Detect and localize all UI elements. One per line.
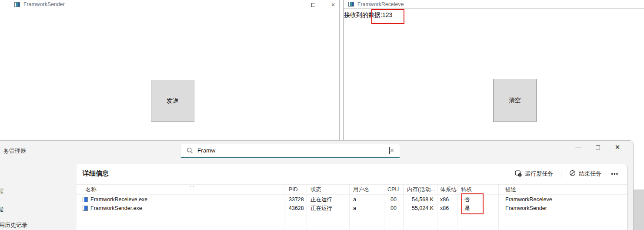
sidebar-item-performance[interactable]: 能 [0, 206, 3, 213]
process-table: 名称 PID 状态 用户名 CPU 内存(活动... 体系结构 特权 描述 Fr… [77, 184, 627, 230]
process-user: a [349, 205, 384, 211]
column-divider [498, 185, 499, 230]
toolbar-divider [561, 170, 561, 178]
task-manager-title-fragment: 务管理器 [3, 147, 26, 155]
minimize-icon[interactable]: — [574, 142, 583, 152]
annotation-box-received-value [371, 9, 404, 24]
close-icon[interactable]: ✕ [613, 142, 622, 152]
send-button[interactable]: 发送 [151, 80, 194, 122]
process-status: 正在运行 [307, 205, 349, 212]
receiver-titlebar: FramworkReceieve [344, 0, 644, 9]
maximize-icon[interactable] [309, 1, 317, 9]
process-app-icon [83, 197, 88, 202]
search-icon [187, 147, 193, 154]
process-cpu: 00 [384, 205, 403, 211]
sidebar-item-app-history[interactable]: 用历史记录 [0, 221, 27, 229]
sender-window-title: FramworkSender [23, 1, 65, 7]
run-new-task-label: 运行新任务 [525, 170, 553, 178]
column-divider [307, 185, 307, 230]
column-divider [457, 185, 457, 230]
column-header-cpu[interactable]: CPU [384, 186, 403, 193]
run-new-task-button[interactable]: 运行新任务 [511, 168, 557, 180]
column-header-description[interactable]: 描述 [498, 186, 627, 193]
process-description: FramworkSender [498, 205, 627, 211]
end-task-button[interactable]: 结束任务 [565, 168, 606, 179]
process-memory: 54,568 K [403, 196, 437, 203]
process-name: FramworkReceieve.exe [90, 196, 147, 203]
end-task-icon [569, 170, 576, 178]
column-divider [437, 185, 437, 230]
column-divider [403, 185, 404, 230]
maximize-icon[interactable] [593, 142, 603, 152]
process-cpu: 00 [384, 196, 403, 203]
process-status: 正在运行 [307, 196, 349, 203]
task-manager-window: 务管理器 — ✕ ✕ 程 能 用历史记录 详细信息 [0, 140, 634, 230]
details-title: 详细信息 [83, 169, 109, 178]
column-header-memory[interactable]: 内存(活动... [403, 186, 437, 193]
more-options-icon[interactable]: ••• [606, 169, 624, 179]
minimize-icon[interactable]: — [289, 1, 297, 9]
column-header-user[interactable]: 用户名 [349, 186, 384, 193]
process-user: a [349, 196, 384, 203]
column-divider [284, 185, 284, 230]
run-new-task-icon [515, 170, 522, 178]
app-window-icon [14, 2, 20, 7]
close-icon[interactable]: ✕ [329, 1, 337, 9]
clear-button[interactable]: 清空 [493, 79, 537, 122]
receiver-window-title: FramworkReceieve [357, 1, 404, 7]
column-header-privilege[interactable]: 特权 [457, 186, 498, 193]
column-divider [384, 185, 384, 230]
framworkreceieve-window: FramworkReceieve 接收到的数据:123 清空 [343, 0, 644, 140]
search-box[interactable]: ✕ [180, 144, 400, 158]
table-row[interactable]: FramworkReceieve.exe 33728 正在运行 a 00 54,… [77, 195, 627, 204]
details-toolbar: 运行新任务 结束任务 ••• [511, 168, 624, 179]
process-memory: 55,024 K [403, 205, 437, 211]
search-input[interactable] [197, 147, 389, 154]
column-header-pid[interactable]: PID [284, 186, 307, 193]
search-clear-icon[interactable]: ✕ [390, 147, 394, 154]
process-pid: 33728 [284, 196, 307, 203]
annotation-box-privilege [461, 193, 484, 214]
process-arch: x86 [437, 205, 457, 211]
column-header-status[interactable]: 状态 [307, 186, 349, 193]
framworksender-window: FramworkSender — ✕ 发送 [0, 0, 340, 140]
end-task-label: 结束任务 [579, 170, 601, 178]
column-header-name[interactable]: 名称 [77, 186, 284, 193]
column-header-arch[interactable]: 体系结构 [437, 186, 457, 193]
table-header-row: 名称 PID 状态 用户名 CPU 内存(活动... 体系结构 特权 描述 [77, 185, 627, 195]
process-name: FramworkSender.exe [90, 205, 142, 211]
sender-titlebar: FramworkSender — ✕ [0, 0, 339, 9]
process-arch: x86 [437, 196, 457, 203]
process-pid: 43628 [284, 205, 307, 211]
column-divider [349, 185, 350, 230]
details-panel: 详细信息 运行新任务 [77, 164, 627, 230]
process-description: FramworkReceieve [498, 196, 627, 203]
app-window-icon [348, 2, 354, 7]
process-app-icon [83, 206, 88, 211]
table-row[interactable]: FramworkSender.exe 43628 正在运行 a 00 55,02… [77, 204, 627, 213]
sort-ascending-icon [190, 186, 194, 189]
sidebar-item-processes[interactable]: 程 [0, 187, 3, 195]
